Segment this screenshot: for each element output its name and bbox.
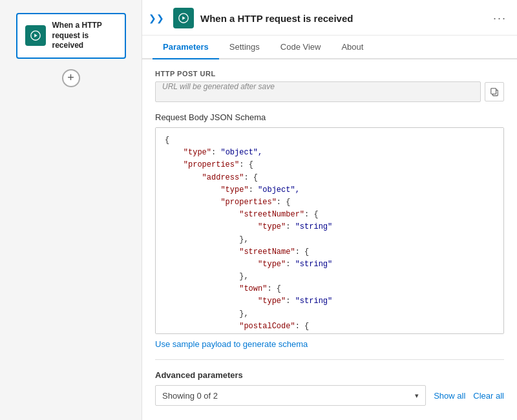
panel-content: HTTP POST URL URL will be generated afte… <box>142 59 517 420</box>
clear-all-button[interactable]: Clear all <box>473 391 504 401</box>
sidebar: When a HTTP request is received + <box>0 0 142 420</box>
tab-settings[interactable]: Settings <box>219 36 270 59</box>
more-options-button[interactable]: ··· <box>493 12 507 25</box>
tab-code-view[interactable]: Code View <box>270 36 332 59</box>
advanced-params-dropdown[interactable]: Showing 0 of 2 ▾ <box>155 385 426 406</box>
trigger-card-label: When a HTTP request is received <box>52 21 117 51</box>
tabs-bar: Parameters Settings Code View About <box>142 36 517 59</box>
expand-arrows-icon[interactable]: ❯❯ <box>149 13 164 23</box>
header-trigger-icon <box>173 8 194 28</box>
copy-url-button[interactable] <box>485 82 504 101</box>
panel-title: When a HTTP request is received <box>200 13 487 24</box>
chevron-down-icon: ▾ <box>415 392 419 400</box>
sidebar-trigger-card[interactable]: When a HTTP request is received <box>16 13 126 59</box>
generate-schema-link[interactable]: Use sample payload to generate schema <box>155 339 308 349</box>
json-schema-editor[interactable]: { "type": "object", "properties": { "add… <box>155 127 504 334</box>
tab-parameters[interactable]: Parameters <box>153 36 219 59</box>
main-panel: ❯❯ When a HTTP request is received ··· P… <box>142 0 517 420</box>
show-all-button[interactable]: Show all <box>434 391 465 401</box>
section-divider <box>155 359 504 360</box>
url-field-label: HTTP POST URL <box>155 70 504 78</box>
schema-label: Request Body JSON Schema <box>155 112 504 122</box>
advanced-params-row: Showing 0 of 2 ▾ Show all Clear all <box>155 385 504 406</box>
svg-rect-3 <box>491 89 496 94</box>
trigger-card-icon <box>25 25 46 46</box>
url-input-field[interactable]: URL will be generated after save <box>155 81 481 102</box>
advanced-params-label: Advanced parameters <box>155 370 504 380</box>
url-row: URL will be generated after save <box>155 81 504 102</box>
add-step-button[interactable]: + <box>62 69 80 87</box>
panel-header: ❯❯ When a HTTP request is received ··· <box>142 0 517 36</box>
tab-about[interactable]: About <box>331 36 374 59</box>
